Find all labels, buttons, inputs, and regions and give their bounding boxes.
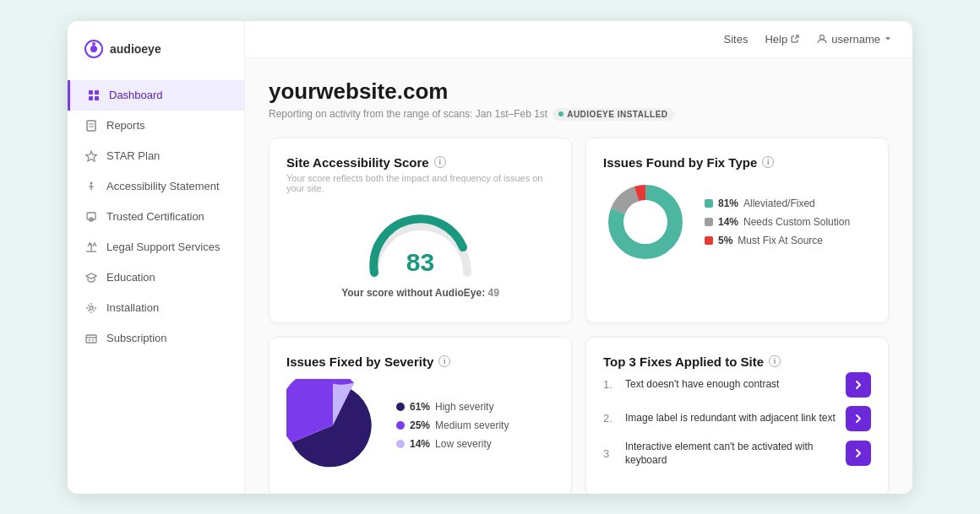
sidebar-item-trusted-cert[interactable]: Trusted Certification [68, 202, 244, 232]
legend-high: 61% High severity [396, 401, 509, 413]
legal-icon [84, 241, 98, 254]
legend-dot-high [396, 403, 405, 411]
education-icon [84, 271, 98, 284]
legend-dot-source [705, 236, 713, 245]
installed-dot [558, 111, 564, 116]
user-menu[interactable]: username [816, 33, 892, 46]
legend-dot-low [396, 440, 405, 448]
fix-text-1: Text doesn't have enough contrast [625, 377, 837, 392]
sidebar-item-accessibility[interactable]: Accessibility Statement [68, 171, 244, 202]
top-bar: Sites Help username [245, 21, 912, 58]
top-fixes-info-icon[interactable]: i [769, 355, 781, 367]
score-card-title: Site Accessibility Score i [286, 155, 554, 170]
sidebar-nav: Dashboard Reports STAR Plan Accessibilit… [68, 77, 244, 357]
audioeye-logo-icon [84, 40, 103, 58]
svg-point-24 [629, 205, 662, 239]
svg-point-1 [90, 46, 97, 52]
installed-badge: AUDIOEYE INSTALLED [553, 108, 673, 121]
sidebar-item-subscription[interactable]: Subscription [68, 323, 244, 354]
sites-link[interactable]: Sites [724, 33, 749, 46]
severity-info-icon[interactable]: i [438, 355, 450, 367]
certificate-icon [84, 210, 98, 224]
legend-medium: 25% Medium severity [396, 419, 509, 431]
sidebar-item-legal[interactable]: Legal Support Services [68, 232, 244, 262]
gauge-score: 83 [406, 248, 434, 277]
fix-item-3: 3 Interactive element can't be activated… [603, 440, 871, 468]
legend-dot-medium [396, 421, 405, 430]
severity-card: Issues Fixed by Severity i [269, 337, 572, 494]
logo-text: audioeye [110, 42, 161, 56]
donut-chart [603, 180, 688, 264]
severity-legend: 61% High severity 25% Medium severity 14… [396, 401, 509, 450]
sidebar-item-star-plan[interactable]: STAR Plan [68, 141, 244, 171]
legend-dot-custom [705, 218, 713, 226]
sidebar-item-star-label: STAR Plan [106, 149, 160, 162]
accessibility-icon [84, 180, 98, 193]
legend-low: 14% Low severity [396, 438, 509, 450]
svg-point-2 [92, 42, 95, 46]
sidebar-item-trusted-cert-label: Trusted Certification [106, 210, 204, 223]
svg-rect-4 [95, 90, 99, 95]
score-card-subtitle: Your score reflects both the impact and … [286, 173, 554, 193]
legend-dot-alleviated [705, 199, 713, 208]
page-subtitle: Reporting on activity from the range of … [269, 108, 889, 121]
severity-pie-chart [286, 379, 379, 472]
fix-item-2: 2. Image label is redundant with adjacen… [603, 406, 871, 431]
help-link[interactable]: Help [765, 33, 799, 46]
svg-rect-3 [89, 90, 93, 95]
page-title: yourwebsite.com [269, 78, 889, 105]
installation-icon [84, 301, 98, 315]
top-fixes-card: Top 3 Fixes Applied to Site i 1. Text do… [585, 337, 889, 494]
sidebar-item-accessibility-label: Accessibility Statement [106, 180, 220, 192]
legend-alleviated: 81% Alleviated/Fixed [705, 197, 850, 209]
fix-arrow-btn-3[interactable] [846, 441, 871, 466]
sidebar-item-reports[interactable]: Reports [68, 111, 244, 141]
top-fixes-title: Top 3 Fixes Applied to Site i [603, 354, 871, 369]
dashboard-icon [87, 89, 101, 102]
cards-grid: Site Accessibility Score i Your score re… [269, 138, 889, 494]
star-icon [84, 149, 98, 163]
legend-source: 5% Must Fix At Source [705, 235, 850, 246]
sidebar-item-installation-label: Installation [106, 301, 159, 314]
arrow-right-icon-3 [853, 448, 863, 458]
fix-arrow-btn-1[interactable] [846, 372, 871, 398]
fix-item-1: 1. Text doesn't have enough contrast [603, 372, 871, 398]
fix-type-title: Issues Found by Fix Type i [603, 155, 871, 170]
fix-type-card: Issues Found by Fix Type i [585, 138, 889, 323]
fix-number-1: 1. [603, 378, 617, 391]
fix-arrow-btn-2[interactable] [846, 406, 871, 431]
severity-card-title: Issues Fixed by Severity i [286, 354, 554, 369]
sidebar-item-dashboard-label: Dashboard [109, 89, 163, 101]
fix-type-info-icon[interactable]: i [762, 156, 774, 168]
page-body: yourwebsite.com Reporting on activity fr… [245, 58, 912, 494]
arrow-right-icon-2 [853, 414, 863, 424]
main-content: Sites Help username yourwebsite.com Repo… [245, 21, 912, 494]
sidebar-item-reports-label: Reports [106, 119, 145, 132]
gauge-chart: 83 [362, 214, 480, 277]
fix-type-legend: 81% Alleviated/Fixed 14% Needs Custom So… [705, 197, 850, 246]
fix-text-3: Interactive element can't be activated w… [625, 440, 837, 468]
sidebar-item-education-label: Education [106, 271, 155, 284]
fix-list: 1. Text doesn't have enough contrast 2. … [603, 372, 871, 468]
fix-number-2: 2. [603, 412, 617, 425]
svg-point-20 [820, 35, 825, 40]
donut-svg [603, 180, 688, 264]
legend-custom: 14% Needs Custom Solution [705, 216, 850, 228]
svg-rect-19 [86, 335, 96, 343]
svg-rect-5 [89, 96, 93, 100]
svg-marker-10 [86, 151, 97, 161]
external-link-icon [791, 35, 799, 43]
app-container: audioeye Dashboard Reports [68, 21, 912, 494]
sidebar-item-installation[interactable]: Installation [68, 293, 244, 323]
reports-icon [84, 119, 98, 133]
score-without-audioeye: Your score without AudioEye: 49 [341, 287, 499, 299]
sidebar-item-education[interactable]: Education [68, 262, 244, 293]
score-info-icon[interactable]: i [434, 156, 446, 168]
arrow-right-icon-1 [853, 380, 863, 390]
severity-pie-svg [286, 379, 379, 472]
sidebar-item-legal-label: Legal Support Services [106, 241, 220, 253]
sidebar-item-dashboard[interactable]: Dashboard [68, 80, 244, 111]
severity-chart-area: 61% High severity 25% Medium severity 14… [286, 372, 554, 479]
svg-rect-6 [95, 96, 99, 100]
sidebar-item-subscription-label: Subscription [106, 332, 167, 344]
